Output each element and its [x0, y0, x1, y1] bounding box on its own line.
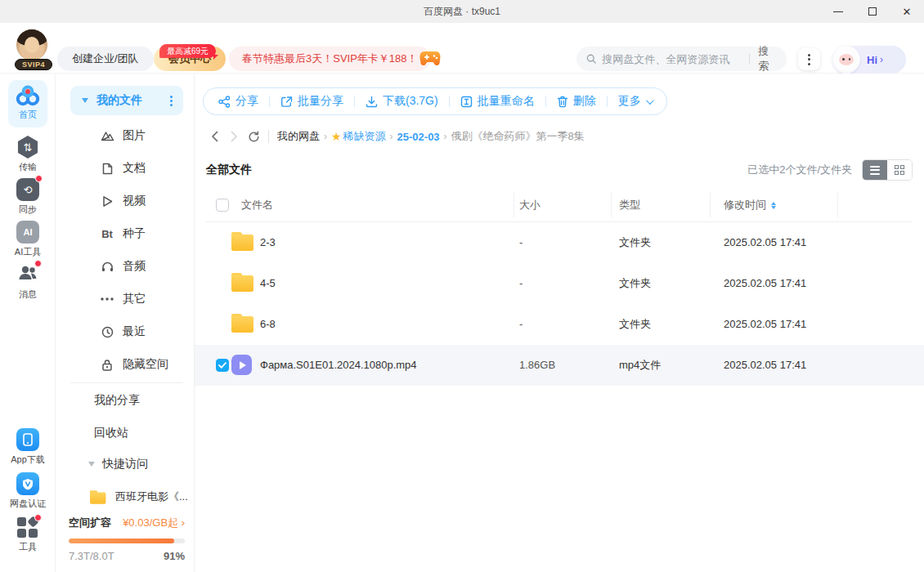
collapse-triangle-icon [88, 462, 95, 467]
column-name[interactable]: 文件名 [241, 188, 273, 222]
rail-item-tools[interactable]: 工具 [0, 515, 56, 553]
svip-badge: SVIP4 [15, 59, 52, 70]
all-files-title: 全部文件 [206, 163, 747, 177]
file-type: mp4文件 [619, 345, 661, 386]
share-button[interactable]: 分享 [218, 94, 258, 109]
folder-icon [231, 273, 253, 292]
close-button[interactable]: ✕ [890, 0, 924, 23]
more-menu-icon[interactable] [798, 48, 820, 70]
download-button[interactable]: 下载(3.7G) [366, 94, 438, 109]
file-size: - [519, 304, 523, 345]
sidebar-item-recycle-bin[interactable]: 回收站 [94, 417, 128, 449]
toolbar-divider [354, 96, 355, 107]
rail-item-sync[interactable]: ⟲ 同步 [0, 178, 56, 216]
file-rows: 2-3 - 文件夹 2025.02.05 17:41 4-5 - 文件夹 202… [195, 222, 924, 386]
notification-dot [34, 514, 42, 521]
storage-price-link[interactable]: ¥0.03/GB起 › [123, 516, 185, 530]
file-modified: 2025.02.05 17:41 [724, 304, 806, 345]
search-divider [749, 53, 750, 65]
batch-rename-button[interactable]: 批量重命名 [460, 94, 535, 109]
my-shares-label: 我的分享 [94, 393, 140, 408]
column-modified[interactable]: 修改时间 [724, 188, 776, 222]
sort-icon[interactable] [771, 202, 776, 210]
search-bar[interactable]: 搜索 [576, 47, 787, 71]
sidebar-divider [70, 382, 183, 383]
notification-dot [35, 175, 43, 182]
file-name[interactable]: 4-5 [260, 263, 276, 304]
more-button[interactable]: 更多 [618, 94, 652, 109]
sidebar-item-my-files[interactable]: 我的文件 [70, 86, 183, 115]
breadcrumb-divider [268, 130, 269, 143]
grid-view-icon [895, 165, 904, 175]
delete-button[interactable]: 删除 [557, 94, 596, 109]
column-separator [611, 193, 612, 217]
promo-banner[interactable]: 春节特惠最后3天！SVIP年卡￥188！ [229, 47, 431, 71]
file-name[interactable]: 2-3 [260, 222, 276, 263]
verification-icon [16, 472, 39, 495]
my-files-menu-icon[interactable] [168, 93, 175, 109]
column-size[interactable]: 大小 [519, 188, 540, 222]
minimize-button[interactable] [821, 0, 855, 23]
batch-share-button[interactable]: 批量分享 [280, 94, 343, 109]
sidebar-item-documents[interactable]: 文档 [56, 152, 195, 185]
folder-icon [90, 490, 105, 504]
close-icon: ✕ [903, 6, 912, 18]
storage-percent-label: 91% [164, 550, 185, 562]
search-button[interactable]: 搜索 [758, 44, 777, 74]
torrent-icon: Bt [100, 228, 114, 240]
rail-item-home[interactable]: 首页 [0, 80, 56, 127]
sidebar-item-torrents[interactable]: Bt 种子 [56, 217, 195, 250]
breadcrumb-starred[interactable]: 稀缺资源 [343, 129, 386, 144]
refresh-button[interactable] [244, 127, 263, 146]
breadcrumb-date[interactable]: 25-02-03 [397, 131, 440, 143]
back-button[interactable] [204, 127, 224, 146]
storage-progress-fill [69, 538, 174, 543]
user-avatar[interactable]: SVIP4 [16, 29, 51, 70]
file-row-folder[interactable]: 4-5 - 文件夹 2025.02.05 17:41 [195, 263, 924, 304]
sidebar-item-my-shares[interactable]: 我的分享 [94, 384, 140, 417]
sidebar-item-recent[interactable]: 最近 [56, 315, 195, 348]
sidebar-item-hidden-space[interactable]: 隐藏空间 [56, 348, 195, 381]
breadcrumb-root[interactable]: 我的网盘 [277, 129, 320, 144]
selection-status: 已选中2个文件/文件夹 [747, 163, 852, 177]
column-type[interactable]: 类型 [619, 188, 640, 222]
main-panel: 分享 批量分享 下载(3.7G) 批量重命名 删除 [195, 74, 924, 572]
file-row-folder[interactable]: 6-8 - 文件夹 2025.02.05 17:41 [195, 304, 924, 345]
rail-item-verification[interactable]: 网盘认证 [0, 472, 56, 510]
sidebar-item-pictures[interactable]: 图片 [56, 119, 195, 152]
create-team-button[interactable]: 创建企业/团队 [57, 47, 154, 71]
sidebar-item-videos[interactable]: 视频 [56, 185, 195, 217]
sidebar-item-quick-access[interactable]: 快捷访问 [88, 448, 148, 480]
maximize-button[interactable] [855, 0, 890, 23]
file-size: 1.86GB [519, 345, 555, 386]
search-input[interactable] [602, 53, 746, 65]
rail-item-ai-tools[interactable]: AI AI工具 [0, 221, 56, 258]
list-view-button[interactable] [863, 160, 887, 180]
file-name[interactable]: 6-8 [260, 304, 276, 345]
sidebar-item-others[interactable]: 其它 [56, 283, 195, 315]
select-all-checkbox[interactable] [216, 199, 229, 212]
star-icon: ★ [331, 130, 342, 143]
rail-label-ai-tools: AI工具 [0, 246, 56, 258]
grid-view-button[interactable] [887, 160, 912, 180]
minimize-icon [833, 11, 843, 12]
game-center-icon[interactable] [419, 50, 442, 68]
file-size: - [519, 222, 523, 263]
chevron-down-icon [646, 96, 654, 105]
sidebar-item-audio[interactable]: 音频 [56, 250, 195, 283]
vip-discount-ribbon: 最高减69元 [159, 44, 216, 58]
rail-item-app-download[interactable]: App下载 [0, 428, 56, 466]
quick-access-folder[interactable]: 西班牙电影《... [90, 480, 188, 513]
file-row-folder[interactable]: 2-3 - 文件夹 2025.02.05 17:41 [195, 222, 924, 263]
forward-button[interactable] [224, 127, 244, 146]
table-header: 文件名 大小 类型 修改时间 [206, 188, 913, 222]
rail-item-messages[interactable]: 消息 [0, 263, 56, 301]
row-checkbox-checked[interactable] [216, 359, 229, 372]
file-name[interactable]: Фарма.S01E01.2024.1080p.mp4 [260, 345, 417, 386]
others-label: 其它 [123, 292, 146, 306]
rail-item-transfer[interactable]: ⇅ 传输 [0, 136, 56, 173]
trash-icon [557, 96, 568, 108]
breadcrumb-current: 俄剧《绝命药师》第一季8集 [451, 129, 585, 144]
file-row-selected[interactable]: Фарма.S01E01.2024.1080p.mp4 1.86GB mp4文件… [195, 345, 924, 386]
ai-assistant-button[interactable]: Hi › [832, 46, 906, 74]
